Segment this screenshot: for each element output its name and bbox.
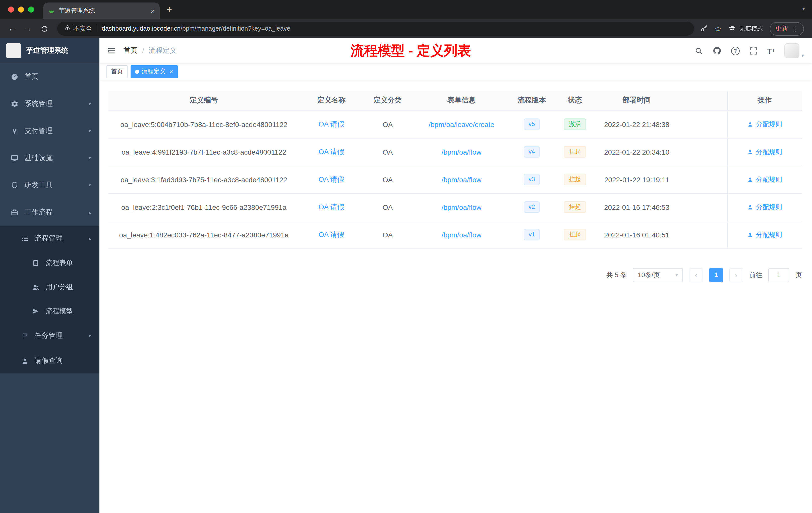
prev-page-button[interactable]: ‹: [689, 268, 703, 282]
assign-rule-link[interactable]: 分配规则: [748, 230, 782, 239]
sidebar-logo[interactable]: 芋道管理系统: [0, 38, 99, 63]
window-close-button[interactable]: [8, 6, 14, 12]
tag-process-definition[interactable]: 流程定义 ×: [130, 65, 177, 78]
monitor-icon: [10, 154, 19, 162]
sidebar-item-label: 研发工具: [25, 181, 53, 190]
chevron-down-icon: ▾: [89, 333, 91, 338]
version-tag: v4: [523, 146, 540, 158]
definition-name-link[interactable]: OA 请假: [319, 120, 345, 128]
user-avatar-menu[interactable]: ▾: [784, 43, 804, 58]
user-icon: [748, 121, 754, 127]
definition-table: 定义编号 定义名称 定义分类 表单信息 流程版本 状态 部署时间 操作: [109, 91, 802, 249]
chevron-up-icon: ▴: [89, 236, 91, 241]
help-icon[interactable]: ?: [731, 47, 740, 55]
status-tag: 挂起: [564, 202, 586, 213]
browser-menu-icon[interactable]: ⋮: [792, 25, 799, 32]
column-header-category: 定义分类: [364, 91, 412, 111]
form-link[interactable]: /bpm/oa/flow: [442, 231, 482, 239]
cell-filler: [676, 193, 727, 221]
sidebar-item-payment[interactable]: ¥ 支付管理 ▾: [0, 117, 99, 145]
chevron-down-icon: ▾: [89, 156, 91, 161]
chevron-down-icon: ▾: [802, 53, 804, 58]
sidebar: 芋道管理系统 首页 系统管理 ▾ ¥ 支付管理 ▾: [0, 38, 99, 513]
form-link[interactable]: /bpm/oa/leave/create: [429, 120, 494, 128]
window-zoom-button[interactable]: [28, 6, 34, 12]
assign-rule-link[interactable]: 分配规则: [748, 120, 782, 129]
assign-rule-link[interactable]: 分配规则: [748, 147, 782, 156]
tag-close-icon[interactable]: ×: [169, 68, 173, 75]
main-area: 首页 / 流程定义 流程模型 - 定义列表 ?: [99, 38, 812, 513]
sidebar-item-label: 系统管理: [25, 99, 53, 109]
cell-definition-id: oa_leave:1:482ec033-762a-11ec-8477-a2380…: [109, 221, 299, 248]
bookmark-star-icon[interactable]: ☆: [714, 24, 722, 33]
next-page-button[interactable]: ›: [729, 268, 743, 282]
table-row: oa_leave:4:991f2193-7b7f-11ec-a3c8-acde4…: [109, 138, 802, 165]
window-minimize-button[interactable]: [18, 6, 24, 12]
chevron-down-icon: ▾: [89, 128, 91, 133]
sidebar-item-workflow[interactable]: 工作流程 ▴: [0, 199, 99, 226]
sidebar-toggle-button[interactable]: [99, 38, 123, 63]
sidebar-item-process-form[interactable]: 流程表单: [0, 251, 99, 275]
sidebar-item-process-model[interactable]: 流程模型: [0, 299, 99, 323]
assign-rule-link[interactable]: 分配规则: [748, 175, 782, 184]
definition-name-link[interactable]: OA 请假: [319, 230, 345, 238]
definition-name-link[interactable]: OA 请假: [319, 203, 345, 211]
sidebar-item-user-group[interactable]: 用户分组: [0, 275, 99, 299]
sidebar-item-infra[interactable]: 基础设施 ▾: [0, 145, 99, 172]
tab-search-chevron-icon[interactable]: ▾: [802, 5, 805, 12]
browser-window: 芋道管理系统 × + ▾ ← → 不安全 dashboard.yudao.ioc…: [0, 0, 812, 513]
pagination-total: 共 5 条: [606, 270, 627, 279]
definition-name-link[interactable]: OA 请假: [319, 175, 345, 183]
form-link[interactable]: /bpm/oa/flow: [442, 203, 482, 211]
new-tab-button[interactable]: +: [167, 4, 172, 15]
tags-view-bar: 首页 流程定义 ×: [99, 63, 812, 80]
column-header-form: 表单信息: [412, 91, 511, 111]
sidebar-item-home[interactable]: 首页: [0, 63, 99, 90]
user-icon: [748, 149, 754, 155]
tag-label: 首页: [111, 67, 123, 76]
search-icon[interactable]: [694, 47, 703, 55]
cell-category: OA: [364, 193, 412, 221]
user-icon: [748, 176, 754, 182]
page-number-1[interactable]: 1: [709, 268, 723, 282]
incognito-badge[interactable]: 无痕模式: [728, 24, 763, 33]
warning-triangle-icon: [64, 25, 71, 33]
security-chip[interactable]: 不安全: [64, 24, 92, 33]
cell-category: OA: [364, 165, 412, 193]
column-header-operation: 操作: [727, 91, 802, 111]
logo-avatar-image: [6, 43, 21, 58]
font-size-big-t: T: [767, 47, 772, 55]
status-tag: 激活: [564, 119, 586, 130]
sidebar-item-dev-tools[interactable]: 研发工具 ▾: [0, 172, 99, 199]
forward-button[interactable]: →: [21, 22, 35, 36]
github-icon[interactable]: [712, 46, 721, 55]
sidebar-item-system[interactable]: 系统管理 ▾: [0, 90, 99, 117]
avatar: [784, 43, 800, 58]
cell-deploy-time: 2022-01-22 21:48:38: [598, 111, 676, 138]
column-header-version: 流程版本: [511, 91, 552, 111]
page-size-select[interactable]: 10条/页 ▾: [633, 268, 683, 282]
fullscreen-icon[interactable]: [749, 47, 757, 55]
assign-rule-link[interactable]: 分配规则: [748, 203, 782, 212]
breadcrumb-home-link[interactable]: 首页: [123, 46, 138, 55]
password-key-icon[interactable]: [700, 25, 708, 33]
page-size-value: 10条/页: [638, 270, 660, 279]
reload-button[interactable]: [37, 22, 51, 36]
goto-page-input[interactable]: [768, 268, 789, 282]
tag-home[interactable]: 首页: [107, 65, 127, 78]
address-bar[interactable]: 不安全 dashboard.yudao.iocoder.cn/bpm/manag…: [57, 22, 694, 36]
sidebar-item-task-mgmt[interactable]: 任务管理 ▾: [0, 323, 99, 349]
form-link[interactable]: /bpm/oa/flow: [442, 175, 482, 183]
font-size-icon[interactable]: TT: [767, 47, 775, 55]
tab-close-icon[interactable]: ×: [151, 7, 155, 15]
version-tag: v2: [523, 202, 540, 213]
sidebar-item-label: 请假查询: [35, 356, 63, 365]
browser-tab[interactable]: 芋道管理系统 ×: [43, 2, 160, 19]
sidebar-item-process-mgmt[interactable]: 流程管理 ▴: [0, 226, 99, 251]
back-button[interactable]: ←: [5, 22, 19, 36]
definition-name-link[interactable]: OA 请假: [319, 147, 345, 155]
table-row: oa_leave:3:1fad3d93-7b75-11ec-a3c8-acde4…: [109, 165, 802, 193]
sidebar-item-leave-query[interactable]: 请假查询: [0, 349, 99, 373]
form-link[interactable]: /bpm/oa/flow: [442, 148, 482, 156]
browser-update-button[interactable]: 更新 ⋮: [770, 22, 804, 35]
